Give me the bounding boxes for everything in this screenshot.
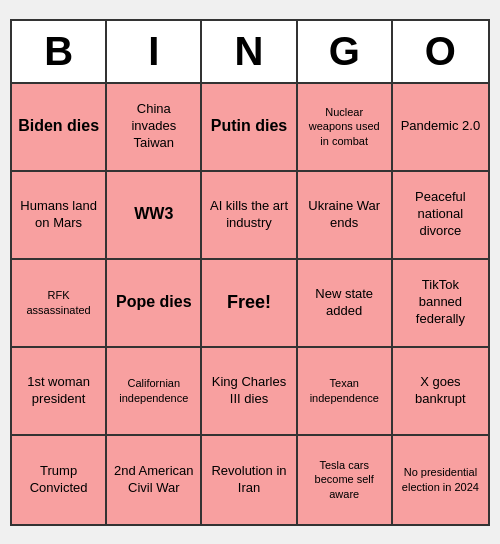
bingo-cell-12[interactable]: Free! bbox=[202, 260, 297, 348]
bingo-cell-19[interactable]: X goes bankrupt bbox=[393, 348, 488, 436]
bingo-cell-15[interactable]: 1st woman president bbox=[12, 348, 107, 436]
bingo-cell-1[interactable]: China invades Taiwan bbox=[107, 84, 202, 172]
bingo-cell-13[interactable]: New state added bbox=[298, 260, 393, 348]
bingo-cell-17[interactable]: King Charles III dies bbox=[202, 348, 297, 436]
bingo-cell-11[interactable]: Pope dies bbox=[107, 260, 202, 348]
bingo-cell-8[interactable]: Ukraine War ends bbox=[298, 172, 393, 260]
bingo-cell-18[interactable]: Texan independence bbox=[298, 348, 393, 436]
bingo-card: BINGO Biden diesChina invades TaiwanPuti… bbox=[10, 19, 490, 526]
bingo-cell-5[interactable]: Humans land on Mars bbox=[12, 172, 107, 260]
bingo-letter-I: I bbox=[107, 21, 202, 84]
bingo-cell-23[interactable]: Tesla cars become self aware bbox=[298, 436, 393, 524]
bingo-grid: Biden diesChina invades TaiwanPutin dies… bbox=[12, 84, 488, 524]
bingo-cell-7[interactable]: AI kills the art industry bbox=[202, 172, 297, 260]
bingo-letter-G: G bbox=[298, 21, 393, 84]
bingo-cell-22[interactable]: Revolution in Iran bbox=[202, 436, 297, 524]
bingo-cell-2[interactable]: Putin dies bbox=[202, 84, 297, 172]
bingo-letter-B: B bbox=[12, 21, 107, 84]
bingo-letter-O: O bbox=[393, 21, 488, 84]
bingo-letter-N: N bbox=[202, 21, 297, 84]
bingo-cell-9[interactable]: Peaceful national divorce bbox=[393, 172, 488, 260]
bingo-cell-14[interactable]: TikTok banned federally bbox=[393, 260, 488, 348]
bingo-cell-24[interactable]: No presidential election in 2024 bbox=[393, 436, 488, 524]
bingo-header: BINGO bbox=[12, 21, 488, 84]
bingo-cell-16[interactable]: Californian independence bbox=[107, 348, 202, 436]
bingo-cell-6[interactable]: WW3 bbox=[107, 172, 202, 260]
bingo-cell-20[interactable]: Trump Convicted bbox=[12, 436, 107, 524]
bingo-cell-21[interactable]: 2nd American Civil War bbox=[107, 436, 202, 524]
bingo-cell-0[interactable]: Biden dies bbox=[12, 84, 107, 172]
bingo-cell-3[interactable]: Nuclear weapons used in combat bbox=[298, 84, 393, 172]
bingo-cell-4[interactable]: Pandemic 2.0 bbox=[393, 84, 488, 172]
bingo-cell-10[interactable]: RFK assassinated bbox=[12, 260, 107, 348]
